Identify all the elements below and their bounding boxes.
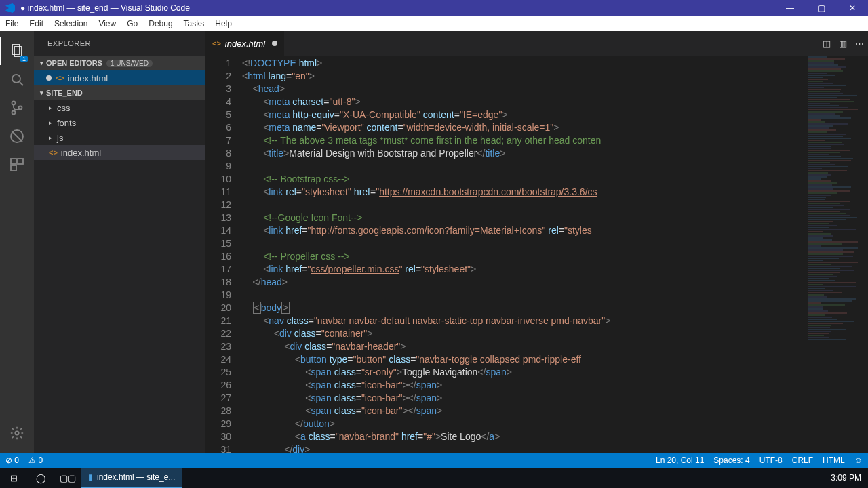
code-content[interactable]: <!DOCTYPE html><html lang="en"> <head> <…	[242, 56, 804, 453]
html-file-icon: <>	[49, 148, 58, 157]
cortana-icon[interactable]: ◯	[27, 468, 54, 488]
project-header[interactable]: ▾ SITE_END	[34, 85, 205, 100]
folder-label: css	[57, 103, 71, 113]
titlebar: ● index.html — site_end — Visual Studio …	[0, 0, 868, 16]
open-editor-item[interactable]: <> index.html	[34, 70, 205, 85]
svg-point-2	[12, 75, 20, 83]
folder-css[interactable]: ▸css	[34, 100, 205, 115]
html-file-icon: <>	[56, 74, 64, 82]
vscode-logo-icon	[5, 3, 15, 13]
svg-rect-1	[14, 47, 22, 56]
code-area[interactable]: 1234567891011121314151617181920212223242…	[205, 56, 868, 453]
project-label: SITE_END	[46, 89, 83, 97]
svg-point-4	[12, 102, 16, 105]
file-tree-label: index.html	[61, 148, 101, 158]
activity-explorer-icon[interactable]: 1	[0, 37, 34, 65]
chevron-down-icon: ▾	[37, 60, 46, 66]
window-title: ● index.html — site_end — Visual Studio …	[20, 3, 190, 13]
task-view-icon[interactable]: ▢▢	[54, 468, 81, 488]
svg-point-6	[19, 106, 22, 110]
chevron-right-icon: ▸	[49, 119, 57, 126]
folder-fonts[interactable]: ▸fonts	[34, 115, 205, 130]
open-editors-header[interactable]: ▾ OPEN EDITORS 1 UNSAVED	[34, 56, 205, 70]
taskbar-vscode[interactable]: ▮index.html — site_e...	[81, 468, 182, 488]
svg-line-8	[12, 131, 22, 142]
gutter: 1234567891011121314151617181920212223242…	[205, 56, 242, 453]
html-file-icon: <>	[212, 39, 221, 47]
maximize-button[interactable]: ▢	[806, 0, 837, 16]
svg-rect-11	[11, 165, 16, 171]
windows-taskbar: ⊞ ◯ ▢▢ ▮index.html — site_e... 3:09 PM	[0, 468, 868, 488]
svg-line-3	[20, 82, 23, 85]
status-encoding[interactable]: UTF-8	[760, 455, 783, 465]
status-spaces[interactable]: Spaces: 4	[713, 455, 749, 465]
svg-rect-10	[18, 159, 23, 164]
modified-dot-icon	[46, 75, 52, 81]
status-language[interactable]: HTML	[823, 455, 845, 465]
svg-rect-9	[11, 159, 16, 164]
menu-edit[interactable]: Edit	[24, 19, 49, 28]
more-actions-icon[interactable]: ⋯	[855, 39, 864, 49]
status-position[interactable]: Ln 20, Col 11	[656, 455, 704, 465]
activity-scm-icon[interactable]	[0, 94, 34, 122]
explorer-sidebar: EXPLORER ▾ OPEN EDITORS 1 UNSAVED <> ind…	[34, 31, 205, 453]
start-button[interactable]: ⊞	[0, 468, 27, 488]
folder-js[interactable]: ▸js	[34, 130, 205, 145]
explorer-title: EXPLORER	[34, 31, 205, 56]
minimize-button[interactable]: —	[774, 0, 806, 16]
toggle-layout-icon[interactable]: ▥	[839, 39, 847, 49]
menu-help[interactable]: Help	[210, 19, 237, 28]
open-editors-label: OPEN EDITORS	[46, 59, 102, 67]
chevron-down-icon: ▾	[37, 89, 46, 96]
chevron-right-icon: ▸	[49, 104, 57, 111]
status-feedback-icon[interactable]: ☺	[854, 455, 863, 465]
svg-point-12	[15, 431, 19, 435]
chevron-right-icon: ▸	[49, 134, 57, 141]
menubar: FileEditSelectionViewGoDebugTasksHelp	[0, 16, 868, 31]
activity-debug-icon[interactable]	[0, 122, 34, 150]
svg-rect-0	[12, 45, 20, 54]
file-tree-item[interactable]: <> index.html	[34, 145, 205, 160]
explorer-badge: 1	[20, 56, 28, 62]
menu-go[interactable]: Go	[121, 19, 143, 28]
status-eol[interactable]: CRLF	[792, 455, 813, 465]
taskbar-clock[interactable]: 3:09 PM	[831, 473, 861, 483]
tab-index-html[interactable]: <> index.html	[205, 31, 285, 56]
statusbar: ⊘ 0 ⚠ 0 Ln 20, Col 11 Spaces: 4 UTF-8 CR…	[0, 453, 868, 468]
activity-extensions-icon[interactable]	[0, 150, 34, 179]
menu-selection[interactable]: Selection	[49, 19, 93, 28]
close-button[interactable]: ✕	[837, 0, 868, 16]
minimap[interactable]	[804, 56, 868, 453]
folder-label: fonts	[57, 118, 76, 128]
menu-tasks[interactable]: Tasks	[178, 19, 210, 28]
status-warnings[interactable]: ⚠ 0	[28, 455, 43, 465]
svg-point-5	[12, 111, 16, 115]
tab-label: index.html	[225, 39, 265, 49]
open-editor-label: index.html	[68, 73, 108, 83]
folder-label: js	[57, 133, 63, 143]
editor: <> index.html ◫ ▥ ⋯ 12345678910111213141…	[205, 31, 868, 453]
tab-row: <> index.html ◫ ▥ ⋯	[205, 31, 868, 56]
menu-debug[interactable]: Debug	[143, 19, 178, 28]
activity-settings-icon[interactable]	[0, 419, 34, 447]
menu-view[interactable]: View	[93, 19, 121, 28]
modified-dot-icon	[272, 41, 277, 46]
status-errors[interactable]: ⊘ 0	[5, 455, 19, 465]
menu-file[interactable]: File	[0, 19, 24, 28]
activity-search-icon[interactable]	[0, 65, 34, 94]
unsaved-badge: 1 UNSAVED	[106, 60, 153, 67]
activity-bar: 1	[0, 31, 34, 453]
split-editor-icon[interactable]: ◫	[823, 39, 831, 49]
